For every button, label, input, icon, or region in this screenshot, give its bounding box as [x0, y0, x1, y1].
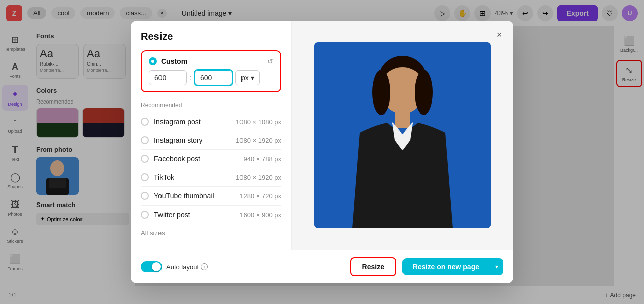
size-separator: :	[190, 74, 192, 82]
modal-left-panel: Resize Custom ↺ :	[131, 21, 292, 250]
unit-select[interactable]: px ▾	[235, 70, 260, 85]
resize-options-list: Recommended Instagram post 1080 × 1080 p…	[131, 99, 291, 250]
option-youtube-thumbnail[interactable]: YouTube thumbnail 1280 × 720 px	[141, 187, 281, 206]
option-tiktok[interactable]: TikTok 1080 × 1920 px	[141, 168, 281, 187]
youtube-thumbnail-label: YouTube thumbnail	[154, 192, 214, 200]
preview-canvas	[314, 42, 491, 228]
resize-new-group: Resize on new page ▾	[403, 258, 503, 275]
modal-footer: Auto layout i Resize Resize on new page …	[131, 250, 513, 283]
radio-youtube-thumbnail	[141, 192, 149, 200]
custom-section: Custom ↺ : px ▾	[141, 50, 281, 92]
refresh-icon[interactable]: ↺	[267, 57, 273, 65]
recommended-section-label: Recommended	[141, 102, 281, 109]
radio-twitter-post	[141, 211, 149, 219]
unit-value: px	[241, 74, 249, 82]
preview-svg	[314, 42, 491, 228]
youtube-thumbnail-size: 1280 × 720 px	[239, 192, 281, 200]
facebook-post-size: 940 × 788 px	[243, 155, 281, 163]
radio-instagram-post	[141, 118, 149, 126]
option-twitter-post[interactable]: Twitter post 1600 × 900 px	[141, 206, 281, 224]
option-instagram-post[interactable]: Instagram post 1080 × 1080 px	[141, 113, 281, 131]
radio-facebook-post	[141, 155, 149, 163]
custom-label: Custom	[161, 57, 187, 65]
modal-title: Resize	[141, 31, 281, 42]
svg-point-8	[372, 70, 390, 115]
instagram-story-label: Instagram story	[154, 136, 202, 144]
custom-radio[interactable]	[149, 57, 157, 65]
toggle-switch[interactable]	[141, 261, 162, 272]
custom-row: Custom ↺	[149, 57, 273, 65]
toggle-knob	[152, 262, 161, 271]
twitter-post-size: 1600 × 900 px	[239, 211, 281, 219]
instagram-post-size: 1080 × 1080 px	[236, 118, 281, 126]
resize-button[interactable]: Resize	[350, 257, 396, 276]
instagram-story-size: 1080 × 1920 px	[236, 137, 281, 144]
tiktok-label: TikTok	[154, 173, 174, 181]
radio-inner	[151, 60, 154, 63]
modal-left-top: Resize Custom ↺ :	[131, 21, 291, 99]
width-input[interactable]	[149, 70, 187, 85]
auto-layout-label: Auto layout i	[166, 263, 208, 271]
height-input[interactable]	[195, 70, 232, 85]
modal-body: Resize Custom ↺ :	[131, 21, 513, 250]
svg-rect-10	[395, 110, 410, 128]
unit-arrow: ▾	[251, 74, 254, 82]
all-sizes-link[interactable]: All sizes	[141, 224, 281, 242]
radio-tiktok	[141, 173, 149, 181]
facebook-post-label: Facebook post	[154, 155, 200, 163]
modal-overlay[interactable]: Resize Custom ↺ :	[0, 0, 644, 304]
option-facebook-post[interactable]: Facebook post 940 × 788 px	[141, 150, 281, 168]
tiktok-size: 1080 × 1920 px	[236, 174, 281, 181]
resize-new-arrow-button[interactable]: ▾	[490, 258, 503, 275]
svg-point-9	[415, 70, 433, 115]
resize-modal: Resize Custom ↺ :	[131, 21, 513, 283]
info-icon[interactable]: i	[201, 263, 208, 270]
instagram-post-label: Instagram post	[154, 118, 201, 126]
size-inputs: : px ▾	[149, 70, 273, 85]
twitter-post-label: Twitter post	[154, 211, 190, 219]
modal-close-button[interactable]: ×	[492, 28, 506, 42]
radio-instagram-story	[141, 136, 149, 144]
option-instagram-story[interactable]: Instagram story 1080 × 1920 px	[141, 131, 281, 150]
auto-layout-toggle[interactable]: Auto layout i	[141, 261, 208, 272]
modal-preview-panel: ×	[292, 21, 513, 250]
resize-new-page-button[interactable]: Resize on new page	[403, 258, 490, 275]
